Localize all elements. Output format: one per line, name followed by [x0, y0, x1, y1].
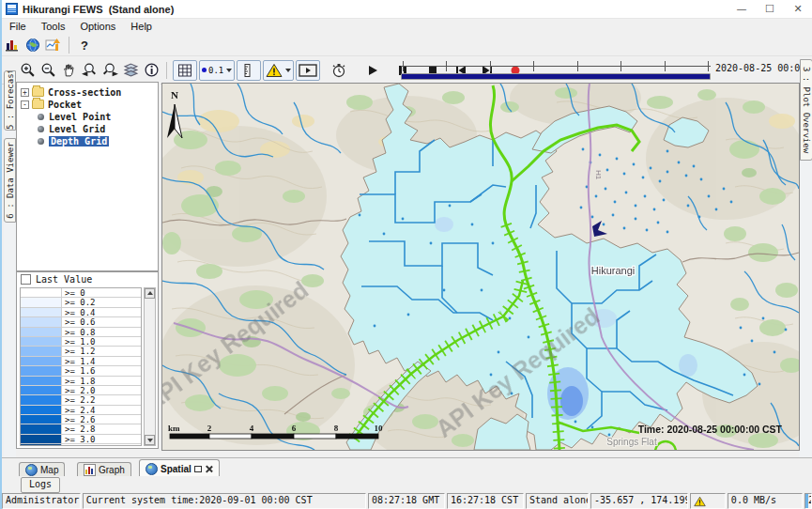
minimize-button[interactable]: — [728, 0, 756, 18]
tree-node-label[interactable]: Level Point [49, 112, 111, 122]
menu-item[interactable]: Help [123, 19, 160, 35]
status-warning-cell[interactable] [690, 493, 726, 509]
legend-color-swatch [21, 406, 62, 414]
map-svg: API Key Required API Key Required Hikura… [162, 84, 799, 450]
grid-toggle-button[interactable] [173, 60, 197, 81]
warning-dropdown[interactable] [263, 60, 294, 81]
zoom-next-icon[interactable] [100, 61, 119, 80]
legend-entry-label: >= 2.0 [62, 386, 141, 394]
legend-entry-label: >= 1.0 [62, 337, 141, 346]
grid-display-icon[interactable] [44, 36, 63, 54]
menu-item[interactable]: File [2, 19, 34, 35]
area-label: Springs Flat [606, 437, 657, 447]
map-toolbar: 0.1 [2, 56, 812, 85]
tab-spatial[interactable]: Spatial [139, 459, 220, 477]
svg-text:6: 6 [292, 424, 297, 433]
expander-icon[interactable]: + [21, 88, 29, 97]
application-window: Hikurangi FEWS (Stand alone) — ☐ ✕ FileT… [0, 0, 812, 509]
legend-entry-label: >= 1.4 [62, 357, 141, 365]
zoom-in-icon[interactable] [18, 61, 37, 80]
legend-row: >= 3.0 [21, 435, 141, 444]
legend-entry-label: >= 3.2 [62, 444, 141, 446]
scroll-down-icon[interactable] [145, 435, 155, 445]
play-button[interactable] [363, 61, 382, 80]
legend-row: >= 1.8 [21, 377, 141, 386]
tree-node-level-grid[interactable]: Level Grid [38, 123, 158, 134]
legend-scrollbar[interactable] [144, 287, 156, 446]
status-local-time: 16:27:18 CST [447, 493, 524, 509]
tree-node-label[interactable]: Cross-section [48, 87, 121, 98]
tree-node-level-point[interactable]: Level Point [38, 111, 158, 122]
tab-data-viewer[interactable]: 6 : Data Viewer [4, 138, 16, 223]
status-system-time: Current system time:2020-09-01 00:00 CST [83, 493, 366, 509]
scale-unit: km [168, 424, 180, 433]
scroll-up-icon[interactable] [145, 288, 155, 299]
close-tab-icon[interactable] [205, 465, 213, 473]
legend-color-swatch [21, 424, 62, 433]
last-value-checkbox[interactable] [21, 274, 31, 285]
legend-row: >= 1.4 [21, 357, 141, 366]
status-user: Administrator [2, 493, 81, 509]
maximize-button[interactable]: ☐ [756, 0, 784, 18]
time-slider[interactable] [401, 60, 711, 80]
town-label: Hikurangi [591, 265, 635, 276]
legend-color-swatch [21, 357, 62, 365]
legend-entry-label: >= 2.2 [62, 395, 141, 404]
time-slider-range-bar[interactable] [401, 73, 711, 80]
interval-dot-icon [202, 68, 207, 72]
tab-spatial-label: Spatial [161, 464, 192, 474]
database-icon[interactable] [3, 36, 22, 54]
bullet-icon [38, 114, 44, 120]
gauge-button[interactable] [237, 60, 261, 81]
info-icon[interactable] [142, 61, 161, 80]
tree-node-label[interactable]: Pocket [48, 100, 82, 110]
svg-text:10: 10 [375, 424, 384, 433]
zoom-out-icon[interactable] [38, 61, 57, 80]
legend-color-swatch [21, 395, 62, 404]
tab-graph[interactable]: Graph [77, 462, 131, 476]
legend-row: >= 1.0 [21, 337, 141, 347]
tab-graph-label: Graph [99, 465, 125, 475]
zoom-previous-icon[interactable] [80, 61, 99, 80]
svg-text:8: 8 [334, 424, 339, 433]
last-value-label: Last Value [36, 274, 92, 285]
animation-player-button[interactable] [296, 60, 320, 81]
restore-tab-icon[interactable] [194, 466, 202, 472]
interval-dropdown[interactable]: 0.1 [199, 60, 235, 81]
pan-hand-icon[interactable] [59, 61, 78, 80]
left-panel: + Cross-section - Pocket Level Point Lev… [16, 82, 161, 449]
tree-node-depth-grid[interactable]: Depth Grid [38, 135, 158, 147]
tree-node-pocket[interactable]: - Pocket [21, 99, 158, 110]
legend-color-swatch [21, 435, 62, 443]
logs-button[interactable]: Logs [21, 477, 60, 493]
legend-entry-label: >= 2.6 [62, 415, 141, 424]
close-button[interactable]: ✕ [784, 0, 812, 18]
map-canvas[interactable]: API Key Required API Key Required Hikura… [161, 83, 800, 451]
status-network-speed: 0.0 MB/s [728, 493, 803, 509]
status-gmt-time: 08:27:18 GMT [368, 493, 445, 509]
tab-plot-overview[interactable]: 3 : Plot Overview [800, 59, 812, 161]
legend-color-swatch [21, 308, 62, 316]
timer-icon[interactable] [329, 61, 348, 80]
status-memory: 2.5 GB [804, 493, 812, 509]
tree-node-label[interactable]: Level Grid [49, 124, 105, 134]
bullet-icon [38, 126, 44, 132]
tree-node-label-selected[interactable]: Depth Grid [49, 136, 109, 147]
tree-node-cross-section[interactable]: + Cross-section [21, 86, 158, 98]
interval-value: 0.1 [208, 66, 223, 75]
menu-item[interactable]: Tools [34, 19, 73, 35]
globe-icon[interactable] [23, 36, 42, 54]
expander-icon[interactable]: - [21, 100, 29, 109]
logs-row: Logs [2, 476, 812, 493]
menu-item[interactable]: Options [72, 19, 123, 35]
legend-row: >= 0.6 [21, 317, 141, 327]
legend-entry-label: >= 1.2 [62, 347, 141, 355]
help-button[interactable]: ? [75, 36, 94, 54]
time-slider-track [401, 66, 711, 67]
layers-icon[interactable] [121, 61, 140, 80]
legend-panel: Last Value >= 0 >= 0.2 [16, 271, 159, 449]
tab-forecast[interactable]: 5 : Forecast [4, 70, 16, 131]
north-label: N [171, 89, 178, 100]
legend-entry-label: >= 0 [62, 288, 141, 297]
tab-map[interactable]: Map [19, 462, 65, 476]
